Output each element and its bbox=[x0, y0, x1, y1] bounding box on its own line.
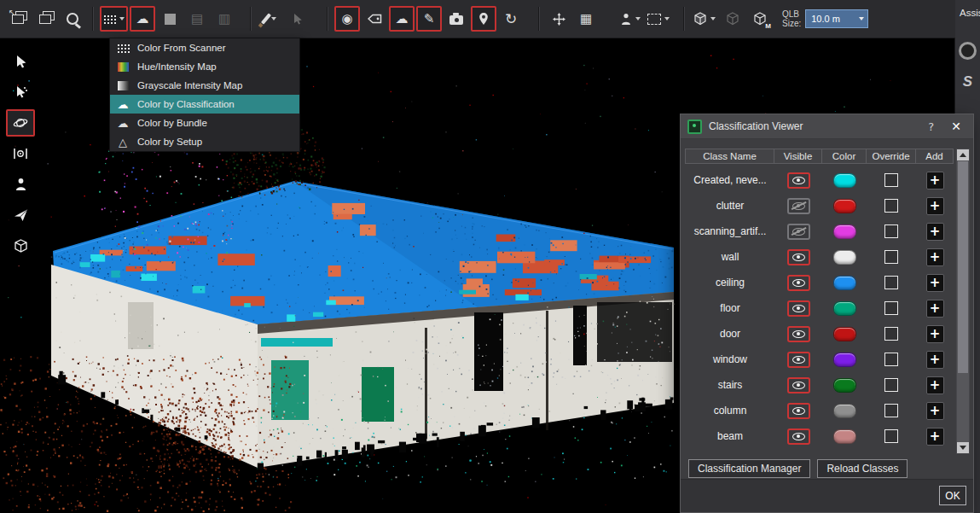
limit-box-button[interactable] bbox=[691, 6, 718, 32]
visibility-toggle[interactable] bbox=[787, 300, 810, 317]
add-class-button[interactable]: + bbox=[926, 325, 944, 343]
add-class-button[interactable]: + bbox=[926, 351, 944, 369]
scrollbar-thumb[interactable] bbox=[958, 161, 968, 373]
walk-mode-button[interactable] bbox=[6, 171, 35, 198]
add-class-button[interactable]: + bbox=[926, 428, 944, 446]
visibility-toggle[interactable] bbox=[787, 352, 810, 368]
label-tool-button[interactable] bbox=[362, 6, 387, 32]
paint-brush-button[interactable] bbox=[258, 6, 283, 32]
cascade-windows-button[interactable] bbox=[32, 6, 58, 32]
walkthrough-button[interactable] bbox=[618, 6, 643, 32]
annotation-pen-button[interactable]: ✎ bbox=[416, 6, 442, 32]
menu-item-grayscale-intensity[interactable]: Grayscale Intensity Map bbox=[110, 76, 299, 95]
class-table: Created, neve... + clutter + scanning_ar… bbox=[686, 167, 953, 449]
color-swatch[interactable] bbox=[833, 199, 856, 213]
scroll-up-button[interactable] bbox=[957, 149, 969, 160]
override-checkbox[interactable] bbox=[884, 429, 898, 443]
override-checkbox[interactable] bbox=[884, 378, 898, 392]
center-view-button[interactable] bbox=[6, 140, 35, 167]
color-swatch[interactable] bbox=[833, 378, 856, 393]
override-checkbox[interactable] bbox=[884, 353, 898, 366]
ok-button[interactable]: OK bbox=[939, 486, 966, 505]
add-class-button[interactable]: + bbox=[926, 223, 944, 241]
visibility-toggle[interactable] bbox=[787, 249, 810, 265]
geotag-button[interactable] bbox=[471, 6, 496, 32]
color-swatch[interactable] bbox=[833, 173, 856, 188]
fly-mode-button[interactable] bbox=[6, 201, 35, 229]
pan-view-button[interactable]: ↖ bbox=[5, 6, 31, 32]
override-checkbox[interactable] bbox=[884, 276, 898, 289]
color-swatch[interactable] bbox=[833, 224, 856, 239]
color-from-scanner-button[interactable] bbox=[100, 6, 128, 32]
menu-item-color-by-bundle[interactable]: ☁ Color by Bundle bbox=[110, 114, 299, 132]
assistant-s-icon[interactable]: S bbox=[955, 73, 980, 90]
color-cell bbox=[822, 327, 867, 341]
color-swatch[interactable] bbox=[833, 250, 856, 265]
add-class-button[interactable]: + bbox=[926, 248, 944, 266]
visibility-toggle[interactable] bbox=[787, 172, 810, 189]
color-cell bbox=[822, 404, 867, 418]
reload-classes-button[interactable]: Reload Classes bbox=[817, 459, 908, 478]
override-checkbox[interactable] bbox=[884, 301, 898, 315]
color-swatch[interactable] bbox=[833, 429, 856, 444]
visibility-toggle[interactable] bbox=[787, 428, 810, 445]
help-button[interactable]: ? bbox=[923, 120, 939, 133]
menu-item-color-by-setup[interactable]: △ Color by Setup bbox=[110, 132, 299, 151]
add-class-button[interactable]: + bbox=[926, 274, 944, 292]
add-class-button[interactable]: + bbox=[926, 376, 944, 394]
color-swatch[interactable] bbox=[833, 404, 856, 418]
visibility-toggle[interactable] bbox=[787, 224, 810, 240]
visibility-toggle[interactable] bbox=[787, 326, 810, 342]
color-picker-button[interactable] bbox=[285, 6, 310, 32]
classification-manager-button[interactable]: Classification Manager bbox=[688, 459, 810, 478]
add-class-button[interactable]: + bbox=[926, 300, 944, 318]
add-class-button[interactable]: + bbox=[926, 172, 944, 189]
point-cloud-tool-button[interactable]: ☁ bbox=[389, 6, 415, 32]
projection-grid-button[interactable]: ▦ bbox=[573, 6, 599, 32]
add-class-button[interactable]: + bbox=[926, 197, 944, 215]
scan-point-button[interactable]: ◉ bbox=[334, 6, 360, 32]
menu-item-color-from-scanner[interactable]: Color From Scanner bbox=[110, 38, 299, 57]
refresh-view-button[interactable]: ↻ bbox=[498, 6, 524, 32]
color-swatch[interactable] bbox=[833, 301, 856, 316]
override-checkbox[interactable] bbox=[884, 224, 898, 238]
solid-color-button[interactable] bbox=[157, 6, 183, 32]
visibility-toggle[interactable] bbox=[787, 198, 810, 214]
color-swatch[interactable] bbox=[833, 353, 856, 367]
menu-item-color-by-classification[interactable]: ☁ Color by Classification bbox=[110, 95, 299, 114]
model-box-button[interactable]: M bbox=[747, 6, 773, 32]
orbit-icon bbox=[13, 115, 28, 131]
zoom-window-button[interactable] bbox=[60, 6, 85, 32]
visibility-toggle[interactable] bbox=[787, 377, 810, 393]
select-tool-button[interactable] bbox=[6, 48, 35, 75]
visibility-toggle[interactable] bbox=[787, 403, 810, 419]
color-by-classification-button[interactable]: ☁ bbox=[130, 6, 155, 32]
snapshot-button[interactable] bbox=[444, 6, 469, 32]
move-tool-button[interactable] bbox=[546, 6, 571, 32]
scroll-down-button[interactable] bbox=[957, 442, 969, 453]
menu-item-hue-intensity[interactable]: Hue/Intensity Map bbox=[110, 57, 299, 76]
color-swatch[interactable] bbox=[833, 327, 856, 341]
override-checkbox[interactable] bbox=[884, 327, 898, 341]
wire-box-button[interactable] bbox=[720, 6, 745, 32]
dialog-titlebar[interactable]: Classification Viewer ? ✕ bbox=[681, 114, 973, 139]
multi-select-tool-button[interactable] bbox=[6, 79, 35, 106]
orbit-tool-button[interactable] bbox=[6, 109, 35, 137]
override-checkbox[interactable] bbox=[884, 250, 898, 264]
close-button[interactable]: ✕ bbox=[946, 120, 966, 133]
override-checkbox[interactable] bbox=[884, 199, 898, 213]
clip-box-button[interactable] bbox=[6, 232, 35, 259]
override-checkbox[interactable] bbox=[884, 173, 898, 187]
qlb-size-select[interactable]: 10.0 m bbox=[805, 9, 868, 28]
assistant-donut-icon[interactable] bbox=[959, 42, 977, 60]
add-class-button[interactable]: + bbox=[926, 402, 944, 420]
color-swatch[interactable] bbox=[833, 276, 856, 290]
add-cell: + bbox=[916, 172, 954, 189]
table-scrollbar[interactable] bbox=[956, 149, 970, 454]
dialog-footer: OK bbox=[681, 479, 973, 512]
selection-rect-button[interactable] bbox=[645, 6, 672, 32]
panorama-view-button[interactable]: ▤ bbox=[184, 6, 210, 32]
override-checkbox[interactable] bbox=[884, 404, 898, 417]
image-overlay-button[interactable]: ▥ bbox=[212, 6, 237, 32]
visibility-toggle[interactable] bbox=[787, 275, 810, 291]
